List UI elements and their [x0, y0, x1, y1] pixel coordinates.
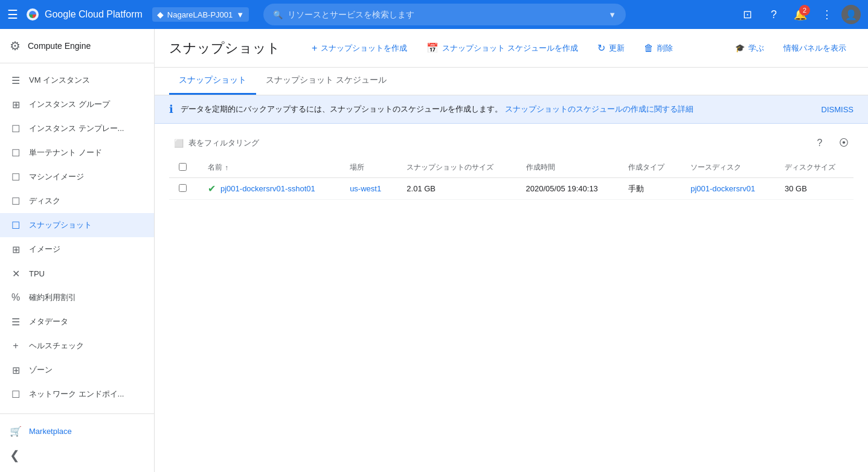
snapshots-table: 名前 ↑ 場所 スナップショットのサイズ 作成時間	[169, 158, 854, 200]
sidebar-item-metadata[interactable]: ☰ メタデータ	[0, 310, 154, 334]
sidebar-item-snapshots[interactable]: ☐ スナップショット	[0, 213, 154, 237]
header-actions: + スナップショットを作成 📅 スナップショット スケジュールを作成 ↻ 更新 …	[304, 39, 680, 57]
zones-icon: ⊞	[10, 365, 22, 376]
col-type: 作成タイプ	[619, 158, 681, 178]
sidebar-collapse-button[interactable]: ❮	[0, 443, 154, 467]
sidebar-item-instance-groups[interactable]: ⊞ インスタンス グループ	[0, 92, 154, 116]
sidebar-header-text: Compute Engine	[28, 41, 91, 51]
notifications-button[interactable]: 🔔 2	[788, 2, 812, 27]
row-source-disk-link[interactable]: pj001-dockersrv01	[690, 184, 755, 193]
hamburger-menu-button[interactable]: ☰	[7, 7, 18, 22]
tpu-icon: ✕	[10, 268, 22, 279]
col-created: 作成時間	[516, 158, 619, 178]
sidebar-item-label-instance-groups: インスタンス グループ	[29, 99, 110, 110]
project-dropdown-icon: ▼	[236, 10, 244, 19]
banner-link[interactable]: スナップショットのスケジュールの作成に関する詳細	[505, 104, 693, 113]
sidebar-item-tpu[interactable]: ✕ TPU	[0, 261, 154, 285]
sidebar-item-label-disks: ディスク	[29, 196, 60, 206]
sidebar-footer: 🛒 Marketplace ❮	[0, 413, 154, 472]
help-table-button[interactable]: ?	[810, 133, 829, 153]
sidebar-item-disks[interactable]: ☐ ディスク	[0, 189, 154, 213]
sidebar-item-label-tpu: TPU	[29, 269, 45, 278]
sole-tenant-icon: ☐	[10, 147, 22, 159]
more-options-button[interactable]: ⋮	[815, 2, 839, 27]
row-name-link[interactable]: pj001-dockersrv01-sshot01	[220, 184, 315, 193]
terminal-button[interactable]: ⊡	[735, 2, 759, 27]
health-checks-icon: +	[10, 340, 22, 351]
help-table-icon: ?	[817, 138, 823, 148]
notifications-badge: 2	[799, 5, 810, 16]
sidebar-item-label-committed: 確約利用割引	[29, 292, 76, 303]
committed-icon: %	[10, 292, 22, 303]
help-icon: ?	[771, 8, 777, 21]
col-size: スナップショットのサイズ	[397, 158, 516, 178]
search-dropdown-icon[interactable]: ▼	[608, 10, 616, 19]
sidebar-item-label-network-endpoints: ネットワーク エンドポイ...	[29, 389, 124, 400]
topbar-logo-text: Google Cloud Platform	[45, 9, 143, 20]
row-checkbox[interactable]	[179, 184, 187, 192]
create-schedule-button[interactable]: 📅 スナップショット スケジュールを作成	[419, 39, 585, 57]
sidebar-item-images[interactable]: ⊞ イメージ	[0, 237, 154, 261]
dismiss-button[interactable]: DISMISS	[821, 105, 854, 114]
info-panel-button[interactable]: 情報パネルを表示	[776, 39, 854, 57]
column-settings-button[interactable]: ⦿	[834, 133, 854, 153]
col-name-sort[interactable]: 名前 ↑	[208, 162, 330, 173]
sidebar-item-vm[interactable]: ☰ VM インスタンス	[0, 68, 154, 92]
refresh-button[interactable]: ↻ 更新	[590, 39, 632, 57]
compute-engine-icon: ⚙	[10, 39, 21, 53]
more-icon: ⋮	[821, 8, 832, 21]
col-name: 名前 ↑	[198, 158, 340, 178]
search-bar: 🔍 ▼	[263, 4, 626, 25]
user-avatar[interactable]: 👤	[841, 5, 861, 24]
tab-snapshots[interactable]: スナップショット	[169, 68, 256, 95]
sidebar-header: ⚙ Compute Engine	[0, 29, 154, 63]
select-all-checkbox[interactable]	[179, 163, 187, 171]
instance-groups-icon: ⊞	[10, 99, 22, 110]
learn-button[interactable]: 🎓 学ぶ	[728, 39, 771, 57]
delete-button[interactable]: 🗑 削除	[637, 39, 680, 57]
machine-images-icon: ☐	[10, 171, 22, 183]
main-header: スナップショット + スナップショットを作成 📅 スナップショット スケジュール…	[155, 29, 868, 68]
sidebar-item-health-checks[interactable]: + ヘルスチェック	[0, 334, 154, 358]
tab-schedule[interactable]: スナップショット スケジュール	[256, 68, 396, 95]
row-name-cell: ✔ pj001-dockersrv01-sshot01	[198, 178, 340, 200]
help-button[interactable]: ?	[762, 2, 786, 27]
refresh-icon: ↻	[597, 42, 605, 54]
sidebar-item-label-zones: ゾーン	[29, 365, 53, 375]
sidebar-item-marketplace[interactable]: 🛒 Marketplace	[0, 419, 154, 443]
google-cloud-icon	[25, 7, 40, 22]
images-icon: ⊞	[10, 244, 22, 255]
search-input[interactable]	[288, 10, 603, 19]
sidebar-item-sole-tenant[interactable]: ☐ 単一テナント ノード	[0, 141, 154, 165]
table-area: ⬜ 表をフィルタリング ? ⦿	[155, 124, 868, 209]
collapse-icon: ❮	[10, 448, 20, 462]
row-type-cell: 手動	[619, 178, 681, 200]
create-snapshot-button[interactable]: + スナップショットを作成	[304, 39, 414, 57]
sidebar-item-committed[interactable]: % 確約利用割引	[0, 285, 154, 310]
sidebar-item-instance-templates[interactable]: ☐ インスタンス テンプレー...	[0, 116, 154, 141]
project-icon: ◆	[157, 10, 164, 19]
project-selector[interactable]: ◆ NagareLAB-PJ001 ▼	[152, 7, 249, 22]
col-source-disk: ソースディスク	[681, 158, 775, 178]
banner-text: データを定期的にバックアップするには、スナップショットのスケジュールを作成します…	[181, 104, 814, 115]
filter-button[interactable]: ⬜ 表をフィルタリング	[169, 134, 264, 152]
snapshots-icon: ☐	[10, 220, 22, 231]
sidebar-item-operations[interactable]: ⊙ オペレーション	[0, 406, 154, 413]
header-right-actions: 🎓 学ぶ 情報パネルを表示	[728, 39, 854, 57]
table-toolbar: ⬜ 表をフィルタリング ? ⦿	[169, 133, 854, 153]
sidebar-item-machine-images[interactable]: ☐ マシンイメージ	[0, 165, 154, 189]
sidebar-item-label-instance-templates: インスタンス テンプレー...	[29, 123, 124, 134]
main-content: スナップショット + スナップショットを作成 📅 スナップショット スケジュール…	[155, 29, 868, 472]
column-settings-icon: ⦿	[839, 138, 849, 148]
info-icon: ℹ	[169, 103, 173, 116]
table-header-row: 名前 ↑ 場所 スナップショットのサイズ 作成時間	[169, 158, 854, 178]
table-body: ✔ pj001-dockersrv01-sshot01 us-west1 2.0…	[169, 178, 854, 200]
topbar-logo: Google Cloud Platform	[25, 7, 143, 22]
filter-label: 表をフィルタリング	[188, 138, 259, 148]
sidebar-nav: ☰ VM インスタンス ⊞ インスタンス グループ ☐ インスタンス テンプレー…	[0, 63, 154, 413]
sidebar-item-zones[interactable]: ⊞ ゾーン	[0, 358, 154, 382]
sidebar-item-network-endpoints[interactable]: ☐ ネットワーク エンドポイ...	[0, 382, 154, 406]
row-status-icon: ✔	[208, 183, 216, 194]
info-banner: ℹ データを定期的にバックアップするには、スナップショットのスケジュールを作成し…	[155, 95, 868, 124]
row-location-link[interactable]: us-west1	[350, 184, 381, 193]
